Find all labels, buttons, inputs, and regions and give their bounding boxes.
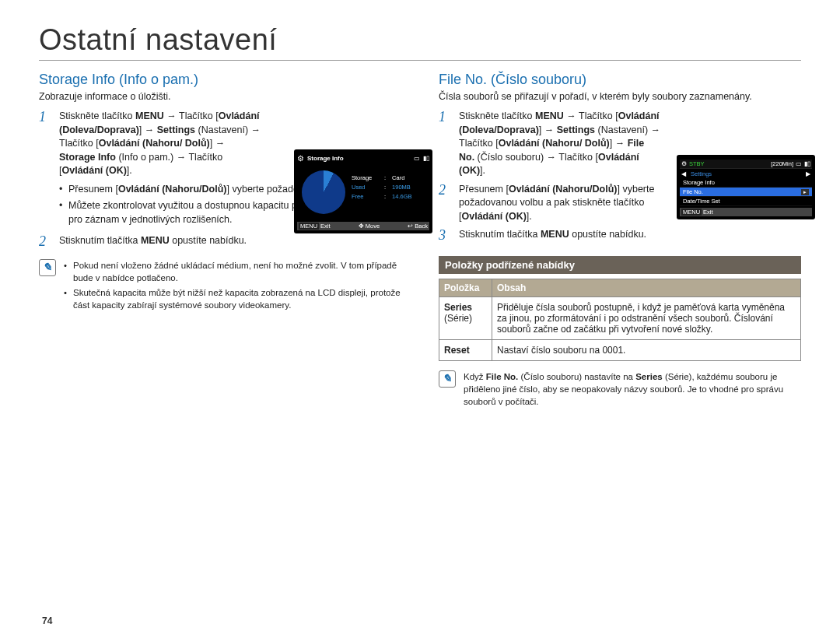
battery-icon: ▮▯ — [423, 155, 429, 162]
table-row: Reset Nastaví číslo souboru na 0001. — [439, 339, 801, 360]
left-column: Storage Info (Info o pam.) Zobrazuje inf… — [39, 72, 401, 408]
control-label: Ovládání (Nahoru/Dolů) — [509, 184, 618, 195]
menu-label: MENU — [541, 229, 569, 240]
note-icon: ✎ — [39, 259, 56, 276]
intro-text: Čísla souborů se přiřazují v pořadí, v k… — [439, 91, 801, 102]
lcd-footer: MENU Exit ✥ Move ↩ Back — [297, 222, 429, 230]
control-label: Ovládání (Nahoru/ Dolů) — [499, 138, 610, 149]
step-3: 3 Stisknutím tlačítka MENU opustíte nabí… — [439, 228, 801, 244]
control-label: Ovládání (Nahoru/Dolů) — [118, 184, 227, 195]
text: (Číslo souboru) → Tlačítko [ — [474, 152, 598, 163]
text: opustíte nabídku. — [170, 235, 247, 246]
note-block: ✎ Když File No. (Číslo souboru) nastavít… — [439, 370, 801, 408]
text: Přesunem [ — [459, 184, 509, 195]
exit-label: Exit — [320, 223, 331, 230]
lcd-title: Storage Info — [307, 155, 411, 162]
label-storage: Storage — [352, 174, 378, 183]
series-label: Series — [444, 302, 472, 313]
fileno-label: File No. — [486, 372, 519, 381]
th-polozka: Položka — [439, 279, 492, 296]
text: Když — [464, 372, 486, 381]
storage-rows: Storage : Card Used : 190MB Free : 14.6G… — [352, 166, 429, 202]
pie-chart-icon — [302, 170, 345, 214]
menu-label: MENU — [535, 111, 564, 121]
time-label: [220Min] — [771, 160, 793, 167]
step-2: 2 Stisknutím tlačítka MENU opustíte nabí… — [39, 234, 401, 250]
th-obsah: Obsah — [492, 279, 801, 296]
section-heading-storage: Storage Info (Info o pam.) — [39, 72, 401, 88]
ok-label: Ovládání (OK) — [461, 211, 526, 222]
back-label: Back — [415, 223, 428, 230]
note-list: Pokud není vloženo žádné ukládací médium… — [64, 259, 401, 314]
page-title: Ostatní nastavení — [39, 23, 801, 61]
text: ]. — [527, 211, 532, 222]
section-heading-fileno: File No. (Číslo souboru) — [439, 72, 801, 88]
table-row: Series (Série) Přiděluje čísla souborů p… — [439, 296, 801, 339]
intro-text: Zobrazuje informace o úložišti. — [39, 91, 401, 102]
lcd-footer: MENU Exit — [680, 208, 812, 216]
note-block: ✎ Pokud není vloženo žádné ukládací médi… — [39, 259, 401, 314]
text: ]. — [480, 165, 485, 176]
chevron-right-icon: ▶ — [804, 170, 812, 177]
menu-label: MENU — [135, 111, 164, 121]
note-icon: ✎ — [439, 370, 456, 388]
text: Stisknutím tlačítka — [459, 229, 541, 240]
series-label: Series — [635, 372, 663, 381]
lcd-fileno-menu: ⚙ STBY [220Min] ▭ ▮▯ ◀Settings▶ Storage … — [677, 155, 815, 219]
move-label: Move — [366, 223, 380, 230]
submenu-arrow-icon: ▸ — [801, 189, 809, 195]
label-used: Used — [352, 183, 378, 192]
note-item: Skutečná kapacita může být nižší než kap… — [64, 286, 401, 311]
ok-label: Ovládání (OK) — [61, 165, 126, 176]
cell-desc: Přiděluje čísla souborů postupně, i když… — [492, 296, 801, 339]
settings-label: Settings — [557, 125, 595, 135]
exit-label: Exit — [703, 209, 713, 216]
text: Stiskněte tlačítko — [459, 111, 535, 121]
value-used: 190MB — [392, 183, 411, 192]
card-icon: ▭ — [796, 160, 802, 167]
text: opustíte nabídku. — [569, 229, 646, 240]
label: File No. — [683, 188, 703, 195]
lcd-storage-info: ⚙ Storage Info ▭ ▮▯ Storage : Card Used … — [294, 149, 432, 233]
text: → Tlačítko [ — [564, 111, 618, 121]
label-free: Free — [352, 192, 378, 202]
value-storage: Card — [392, 174, 404, 183]
series-sub: (Série) — [444, 313, 472, 324]
card-icon: ▭ — [414, 155, 420, 162]
cell-item: Reset — [439, 339, 492, 360]
label: Date/Time Set — [683, 198, 720, 205]
menu-item-file-no: File No.▸ — [680, 188, 812, 197]
text: (Číslo souboru) nastavíte na — [518, 372, 635, 381]
back-icon: ↩ — [408, 223, 413, 230]
cell-item: Series (Série) — [439, 296, 492, 339]
reset-label: Reset — [444, 345, 470, 356]
text: ] → — [139, 125, 157, 135]
storage-info-label: Storage Info — [59, 152, 116, 163]
value-free: 14.6GB — [392, 192, 411, 202]
text: ] → — [610, 138, 628, 149]
text: ] → — [210, 138, 225, 149]
items-table: Položka Obsah Series (Série) Přiděluje č… — [439, 279, 801, 361]
note-item: Pokud není vloženo žádné ukládací médium… — [64, 259, 401, 284]
chevron-left-icon: ◀ — [680, 170, 688, 177]
sub-heading: Položky podřízené nabídky — [439, 256, 801, 274]
step-number: 3 — [439, 228, 459, 244]
control-label: Ovládání (Nahoru/ Dolů) — [99, 138, 210, 149]
menu-category: Settings — [688, 170, 804, 178]
menu-key-icon: MENU — [681, 209, 702, 216]
text: ] → — [539, 125, 557, 135]
text: Stisknutím tlačítka — [59, 235, 141, 246]
label: Storage Info — [683, 179, 715, 186]
text: Přesunem [ — [68, 184, 118, 195]
battery-icon: ▮▯ — [804, 160, 810, 167]
step-number: 2 — [39, 234, 59, 250]
gear-icon: ⚙ — [681, 160, 687, 167]
page-number: 74 — [42, 616, 52, 626]
right-column: File No. (Číslo souboru) Čísla souborů s… — [439, 72, 801, 408]
menu-label: MENU — [141, 235, 170, 246]
menu-item-datetime: Date/Time Set — [680, 197, 812, 206]
step-number: 1 — [39, 110, 59, 125]
gear-icon: ⚙ — [297, 154, 304, 163]
settings-label: Settings — [157, 125, 195, 135]
stby-label: STBY — [689, 160, 705, 167]
